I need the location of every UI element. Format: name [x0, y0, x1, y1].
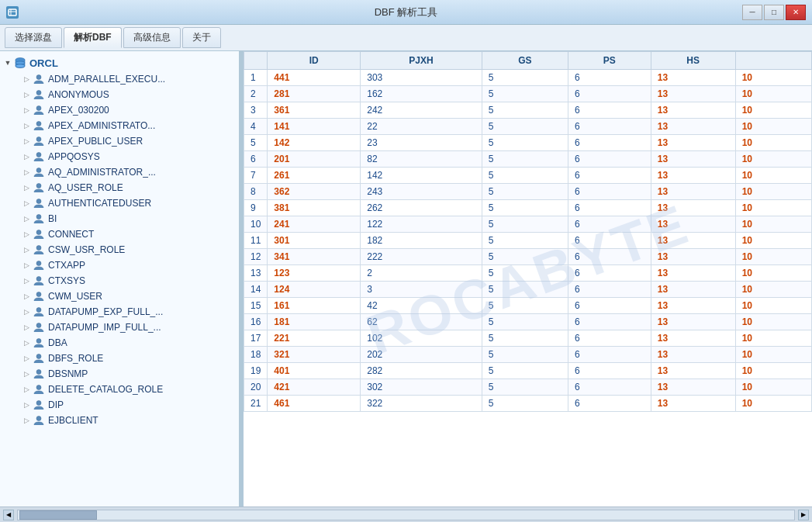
- tree-root: ORCL ADM_PARALLEL_EXECU... ANONYMO: [0, 51, 239, 431]
- tree-item[interactable]: DBA: [0, 335, 239, 351]
- table-row[interactable]: 4 141 22 5 6 13 10: [244, 119, 812, 135]
- table-row[interactable]: 2 281 162 5 6 13 10: [244, 86, 812, 102]
- tree-item[interactable]: CONNECT: [0, 226, 239, 242]
- table-row[interactable]: 3 361 242 5 6 13 10: [244, 102, 812, 119]
- tree-item[interactable]: DELETE_CATALOG_ROLE: [0, 382, 239, 397]
- table-row[interactable]: 14 124 3 5 6 13 10: [244, 282, 812, 298]
- table-row[interactable]: 17 221 102 5 6 13 10: [244, 330, 812, 347]
- close-button[interactable]: ✕: [786, 5, 806, 20]
- scroll-left-arrow[interactable]: ◀: [3, 510, 14, 520]
- col-ps[interactable]: PS: [568, 52, 651, 70]
- svg-point-8: [36, 106, 41, 111]
- cell-id: 123: [268, 265, 361, 282]
- tree-item[interactable]: APPQOSYS: [0, 149, 239, 164]
- col-hs[interactable]: HS: [651, 52, 735, 70]
- cell-gs: 5: [482, 233, 568, 249]
- minimize-button[interactable]: ─: [742, 5, 762, 20]
- table-row[interactable]: 11 301 182 5 6 13 10: [244, 233, 812, 249]
- horizontal-scrollbar[interactable]: [17, 510, 795, 520]
- table-row[interactable]: 16 181 62 5 6 13 10: [244, 314, 812, 330]
- tree-item[interactable]: CWM_USER: [0, 289, 239, 304]
- scrollbar-thumb-h[interactable]: [19, 510, 97, 520]
- tree-children: ADM_PARALLEL_EXECU... ANONYMOUS APEX_030…: [0, 71, 239, 428]
- row-number: 6: [244, 151, 268, 168]
- tree-item[interactable]: APEX_030200: [0, 102, 239, 118]
- cell-ps: 6: [568, 86, 651, 102]
- cell-pjxh: 23: [361, 135, 482, 151]
- cell-id: 321: [268, 347, 361, 363]
- main-content: ORCL ADM_PARALLEL_EXECU... ANONYMO: [0, 51, 812, 506]
- tree-item-label: ANONYMOUS: [48, 89, 109, 100]
- tree-item[interactable]: DBSNMP: [0, 366, 239, 382]
- row-number: 8: [244, 184, 268, 200]
- table-row[interactable]: 6 201 82 5 6 13 10: [244, 151, 812, 168]
- table-row[interactable]: 7 261 142 5 6 13 10: [244, 168, 812, 184]
- tree-item[interactable]: DATAPUMP_IMP_FULL_...: [0, 320, 239, 335]
- tab-parse-dbf[interactable]: 解析DBF: [64, 27, 122, 48]
- col-gs[interactable]: GS: [482, 52, 568, 70]
- tree-item[interactable]: CTXAPP: [0, 258, 239, 273]
- col-id[interactable]: ID: [268, 52, 361, 70]
- cell-extra: 10: [735, 282, 811, 298]
- tree-item-label: APEX_030200: [48, 105, 109, 116]
- table-row[interactable]: 5 142 23 5 6 13 10: [244, 135, 812, 151]
- window-title: DBF 解析工具: [375, 5, 438, 19]
- tree-item[interactable]: DATAPUMP_EXP_FULL_...: [0, 304, 239, 320]
- tree-item[interactable]: EJBCLIENT: [0, 413, 239, 428]
- tree-item[interactable]: ADM_PARALLEL_EXECU...: [0, 71, 239, 87]
- tree-item[interactable]: CSW_USR_ROLE: [0, 242, 239, 258]
- cell-id: 362: [268, 184, 361, 200]
- cell-hs: 13: [651, 363, 735, 379]
- table-row[interactable]: 21 461 322 5 6 13 10: [244, 396, 812, 412]
- cell-extra: 10: [735, 363, 811, 379]
- table-row[interactable]: 15 161 42 5 6 13 10: [244, 298, 812, 314]
- table-row[interactable]: 10 241 122 5 6 13 10: [244, 216, 812, 233]
- user-icon-wrap: [33, 352, 45, 365]
- cell-id: 261: [268, 168, 361, 184]
- cell-extra: 10: [735, 119, 811, 135]
- cell-id: 201: [268, 151, 361, 168]
- table-row[interactable]: 20 421 302 5 6 13 10: [244, 379, 812, 396]
- row-number: 1: [244, 70, 268, 86]
- col-extra[interactable]: [735, 52, 811, 70]
- maximize-button[interactable]: □: [764, 5, 784, 20]
- row-number: 5: [244, 135, 268, 151]
- item-expand-arrow: [22, 183, 31, 192]
- user-icon-wrap: [33, 414, 45, 427]
- table-row[interactable]: 12 341 222 5 6 13 10: [244, 249, 812, 265]
- tree-item[interactable]: DIP: [0, 397, 239, 413]
- tree-item-label: BI: [48, 213, 57, 224]
- tree-item[interactable]: AQ_ADMINISTRATOR_...: [0, 164, 239, 180]
- row-number: 13: [244, 265, 268, 282]
- col-pjxh[interactable]: PJXH: [361, 52, 482, 70]
- table-row[interactable]: 1 441 303 5 6 13 10: [244, 70, 812, 86]
- scroll-right-arrow[interactable]: ▶: [798, 510, 809, 520]
- tab-advanced-info[interactable]: 高级信息: [123, 27, 181, 48]
- tree-item[interactable]: DBFS_ROLE: [0, 351, 239, 366]
- tree-item-label: AQ_ADMINISTRATOR_...: [48, 167, 156, 178]
- tree-item[interactable]: APEX_PUBLIC_USER: [0, 133, 239, 149]
- tree-item-label: DBSNMP: [48, 368, 88, 379]
- tab-select-source[interactable]: 选择源盘: [5, 27, 62, 48]
- tree-item[interactable]: AUTHENTICATEDUSER: [0, 195, 239, 211]
- tree-item[interactable]: APEX_ADMINISTRATO...: [0, 118, 239, 133]
- tree-root-item[interactable]: ORCL: [0, 54, 239, 71]
- cell-gs: 5: [482, 216, 568, 233]
- cell-id: 161: [268, 298, 361, 314]
- tree-item[interactable]: ANONYMOUS: [0, 87, 239, 102]
- svg-point-19: [36, 277, 41, 282]
- tab-about[interactable]: 关于: [182, 27, 221, 48]
- table-row[interactable]: 9 381 262 5 6 13 10: [244, 200, 812, 216]
- cell-ps: 6: [568, 233, 651, 249]
- table-row[interactable]: 13 123 2 5 6 13 10: [244, 265, 812, 282]
- tree-item[interactable]: AQ_USER_ROLE: [0, 180, 239, 195]
- table-row[interactable]: 19 401 282 5 6 13 10: [244, 363, 812, 379]
- tree-item[interactable]: BI: [0, 211, 239, 226]
- table-row[interactable]: 8 362 243 5 6 13 10: [244, 184, 812, 200]
- tree-item[interactable]: CTXSYS: [0, 273, 239, 289]
- tree-container[interactable]: ORCL ADM_PARALLEL_EXECU... ANONYMO: [0, 51, 239, 506]
- data-grid-container[interactable]: ROCABYTE ID PJXH GS PS HS 1 441: [244, 51, 812, 506]
- left-panel: ORCL ADM_PARALLEL_EXECU... ANONYMO: [0, 51, 240, 506]
- table-row[interactable]: 18 321 202 5 6 13 10: [244, 347, 812, 363]
- cell-pjxh: 222: [361, 249, 482, 265]
